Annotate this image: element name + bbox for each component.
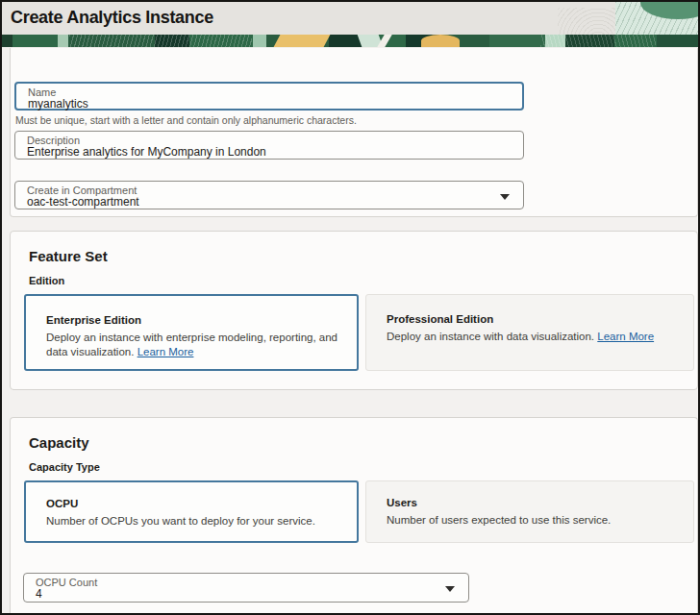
banner-texture-decoration <box>540 35 656 47</box>
capacity-heading: Capacity <box>29 434 89 451</box>
capacity-type-group-label: Capacity Type <box>29 461 100 473</box>
description-field[interactable]: Description Enterprise analytics for MyC… <box>14 131 524 160</box>
banner-art-decoration <box>2 35 698 47</box>
banner-yellow-shape-decoration <box>274 35 331 47</box>
feature-set-heading: Feature Set <box>29 248 108 264</box>
banner-yellow-blob-decoration <box>421 35 460 47</box>
option-title: Enterprise Edition <box>46 314 141 326</box>
option-description-text: Deploy an instance with data visualizati… <box>387 331 594 342</box>
option-description: Deploy an instance with data visualizati… <box>387 330 680 344</box>
ocpu-count-select-value: 4 <box>36 588 42 601</box>
name-helper-text: Must be unique, start with a letter and … <box>15 114 357 126</box>
compartment-select[interactable]: Create in Compartment oac-test-compartme… <box>14 181 524 209</box>
learn-more-link[interactable]: Learn More <box>138 346 194 357</box>
edition-option-professional[interactable]: Professional Edition Deploy an instance … <box>365 294 694 371</box>
option-description: Number of OCPUs you want to deploy for y… <box>46 514 343 529</box>
learn-more-link[interactable]: Learn More <box>597 331 654 342</box>
banner-texture-decoration <box>69 35 252 47</box>
option-title: Professional Edition <box>387 313 493 325</box>
option-description: Deploy an instance with enterprise model… <box>46 331 343 359</box>
option-description: Number of users expected to use this ser… <box>387 513 680 528</box>
capacity-option-users[interactable]: Users Number of users expected to use th… <box>365 480 694 543</box>
chevron-down-icon[interactable] <box>500 194 510 200</box>
edition-option-enterprise[interactable]: Enterprise Edition Deploy an instance wi… <box>24 294 359 371</box>
dialog-header: Create Analytics Instance <box>2 2 698 35</box>
capacity-option-ocpu[interactable]: OCPU Number of OCPUs you want to deploy … <box>24 480 359 543</box>
page-window: { "window": { "title": "Create Analytics… <box>0 0 700 615</box>
description-field-value: Enterprise analytics for MyCompany in Lo… <box>27 146 266 159</box>
option-title: Users <box>387 497 417 508</box>
name-field[interactable]: Name myanalytics <box>14 82 524 111</box>
compartment-select-value: oac-test-compartment <box>27 196 139 209</box>
name-field-value: myanalytics <box>28 98 88 111</box>
ocpu-count-select-label: OCPU Count <box>36 577 97 588</box>
chevron-down-icon[interactable] <box>445 586 455 592</box>
section-basic-info: Name myanalytics Must be unique, start w… <box>10 48 698 217</box>
section-feature-set: Feature Set Edition Enterprise Edition D… <box>10 231 698 390</box>
edition-group-label: Edition <box>29 275 64 286</box>
ocpu-count-select[interactable]: OCPU Count 4 <box>23 573 469 603</box>
section-capacity: Capacity Capacity Type OCPU Number of OC… <box>10 417 698 615</box>
fingerprint-pattern-decoration <box>558 8 615 35</box>
header-corner-decoration <box>615 2 698 35</box>
page-title: Create Analytics Instance <box>11 8 213 28</box>
option-title: OCPU <box>46 498 78 509</box>
